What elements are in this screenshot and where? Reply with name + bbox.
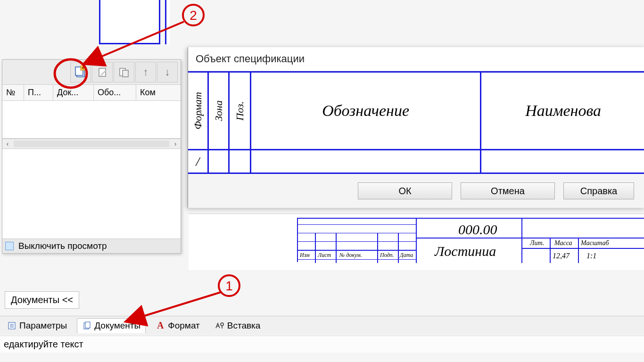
column-headers: № П... Док... Обо... Ком — [2, 85, 181, 101]
delete-document-button[interactable] — [114, 62, 134, 82]
scroll-right-icon[interactable]: › — [170, 140, 181, 148]
col-p[interactable]: П... — [24, 85, 53, 100]
dialog-title: Объект спецификации — [188, 47, 644, 71]
tab-parameters-label: Параметры — [19, 321, 67, 331]
spec-data-row[interactable]: / — [188, 150, 644, 174]
tb-mass: Масса — [554, 239, 572, 247]
status-bar: едактируйте текст — [0, 336, 644, 353]
insert-icon — [215, 321, 224, 330]
documents-icon — [82, 321, 91, 330]
tb-izn: Изм — [300, 252, 310, 259]
title-block: 000.00 Лостиниа Изм Лист № докум. Подп. … — [297, 218, 644, 262]
col-number[interactable]: № — [2, 85, 24, 100]
canvas-shape — [99, 0, 160, 44]
tb-date: Дата — [400, 252, 413, 259]
document-list[interactable] — [2, 101, 181, 139]
tb-doc: № докум. — [339, 252, 362, 259]
col-doc[interactable]: Док... — [53, 85, 94, 100]
col-zone: Зона — [209, 73, 230, 149]
horizontal-scrollbar[interactable]: ‹ › — [2, 139, 181, 149]
tab-insert-label: Вставка — [227, 321, 261, 331]
col-kom[interactable]: Ком — [136, 85, 181, 100]
toolbar-spacer — [4, 62, 69, 82]
tab-documents[interactable]: Документы — [77, 318, 146, 333]
preview-toggle-icon — [5, 242, 14, 250]
dialog-buttons: ОК Отмена Справка — [188, 174, 644, 208]
col-obo[interactable]: Обо... — [94, 85, 136, 100]
tb-scale-v: 1:1 — [586, 252, 596, 260]
tb-scale: Масштаб — [581, 239, 609, 247]
tab-insert[interactable]: Вставка — [210, 318, 266, 333]
svg-text:1: 1 — [225, 279, 233, 293]
document-plus-icon — [74, 66, 87, 79]
documents-collapse-button[interactable]: Документы << — [5, 291, 79, 309]
tab-parameters[interactable]: Параметры — [2, 318, 72, 333]
document-edit-icon — [97, 66, 108, 78]
svg-rect-13 — [85, 322, 90, 328]
document-delete-icon — [118, 66, 130, 78]
cell-designation[interactable] — [251, 150, 481, 173]
canvas-shape — [165, 0, 170, 44]
tab-format[interactable]: A Формат — [150, 318, 205, 333]
tab-documents-label: Документы — [94, 321, 140, 331]
tb-number: 000.00 — [458, 222, 497, 238]
cell-name[interactable] — [481, 150, 644, 173]
preview-area — [2, 149, 181, 239]
svg-point-16 — [183, 5, 204, 25]
col-format: Формат — [188, 73, 209, 149]
cell-pos[interactable] — [230, 150, 251, 173]
tb-lit: Лит. — [530, 239, 544, 247]
svg-text:2: 2 — [190, 8, 197, 23]
move-down-button[interactable]: ↓ — [157, 62, 178, 82]
ok-button[interactable]: ОК — [358, 182, 452, 199]
tb-sign: Подп. — [380, 252, 394, 259]
svg-point-14 — [221, 323, 223, 326]
edit-document-button[interactable] — [92, 62, 113, 82]
documents-panel: ↑ ↓ № П... Док... Обо... Ком ‹ › Выключи… — [2, 59, 181, 254]
cell-zone[interactable] — [209, 150, 230, 173]
panel-toolbar: ↑ ↓ — [2, 60, 181, 85]
tb-mass-v: 12,47 — [553, 252, 570, 260]
bottom-tabs: Параметры Документы A Формат Вставка — [0, 316, 644, 335]
col-designation: Обозначение — [251, 73, 481, 149]
col-pos: Поз. — [230, 73, 251, 149]
tb-list: Лист — [318, 252, 331, 259]
svg-rect-7 — [123, 70, 128, 77]
spec-header-row: Формат Зона Поз. Обозначение Наименова — [188, 71, 644, 150]
svg-point-20 — [219, 275, 239, 296]
add-document-button[interactable] — [70, 62, 91, 82]
cell-format[interactable]: / — [188, 150, 209, 173]
svg-line-22 — [141, 292, 221, 317]
help-button[interactable]: Справка — [563, 182, 634, 199]
col-name: Наименова — [481, 73, 644, 149]
scroll-track[interactable] — [14, 140, 169, 147]
parameters-icon — [7, 321, 17, 330]
format-icon: A — [156, 321, 165, 330]
spec-object-dialog: Объект спецификации Формат Зона Поз. Обо… — [188, 47, 644, 208]
tab-format-label: Формат — [168, 321, 200, 331]
arrow-up-icon: ↑ — [143, 66, 149, 78]
cancel-button[interactable]: Отмена — [461, 182, 555, 199]
scroll-left-icon[interactable]: ‹ — [2, 140, 13, 148]
tb-part: Лостиниа — [435, 243, 496, 259]
arrow-down-icon: ↓ — [165, 66, 170, 78]
toggle-preview-label: Выключить просмотр — [18, 241, 107, 251]
move-up-button[interactable]: ↑ — [135, 62, 156, 82]
toggle-preview-button[interactable]: Выключить просмотр — [2, 239, 181, 253]
